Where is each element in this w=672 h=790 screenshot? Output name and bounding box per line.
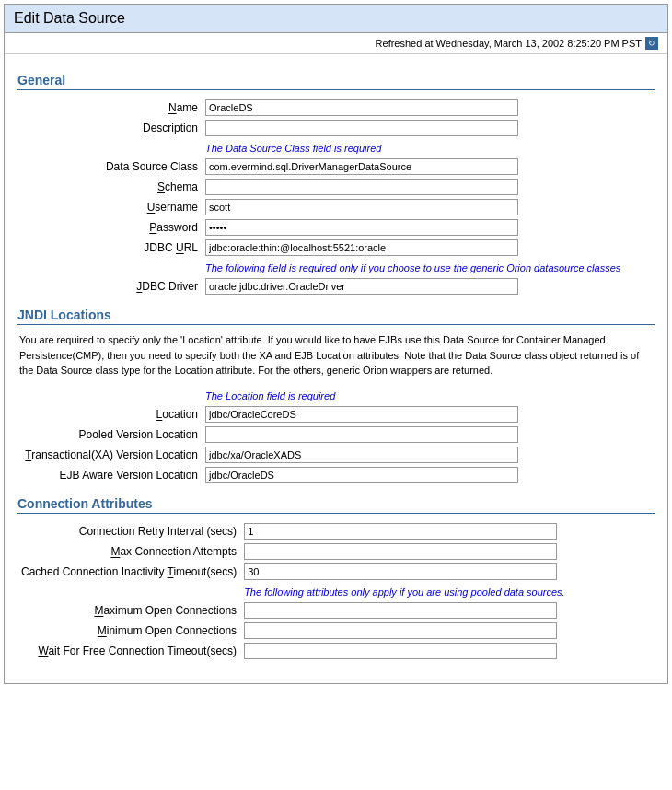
- min-open-input-cell: [240, 621, 655, 641]
- datasource-class-error-row: The Data Source Class field is required: [17, 138, 655, 157]
- location-input[interactable]: [205, 406, 518, 423]
- refresh-icon[interactable]: ↻: [645, 37, 658, 50]
- description-label: Description: [17, 118, 202, 138]
- name-label: Name: [17, 98, 202, 118]
- retry-interval-row: Connection Retry Interval (secs): [17, 521, 655, 541]
- pooled-version-label: Pooled Version Location: [17, 424, 202, 445]
- wait-free-input-cell: [240, 641, 655, 661]
- max-attempts-row: Max Connection Attempts: [17, 541, 655, 562]
- username-label: Username: [17, 197, 202, 217]
- jdbc-url-input[interactable]: [205, 239, 518, 256]
- username-input-cell: [202, 197, 655, 217]
- page-container: Edit Data Source Refreshed at Wednesday,…: [4, 4, 668, 684]
- password-input[interactable]: [205, 219, 518, 236]
- jdbc-driver-input-cell: [202, 276, 655, 296]
- schema-input[interactable]: [205, 179, 518, 195]
- transactional-xa-input-cell: [202, 445, 655, 465]
- pooled-version-input-cell: [202, 424, 655, 445]
- wait-free-label: Wait For Free Connection Timeout(secs): [17, 641, 240, 661]
- jdbc-driver-label: JDBC Driver: [17, 276, 202, 296]
- username-input[interactable]: [205, 199, 518, 215]
- connection-form-table: Connection Retry Interval (secs) Max Con…: [17, 521, 655, 661]
- jndi-description: You are required to specify only the 'Lo…: [17, 332, 655, 378]
- min-open-input[interactable]: [244, 622, 557, 639]
- name-input-cell: [202, 98, 655, 118]
- ejb-aware-label: EJB Aware Version Location: [17, 465, 202, 485]
- username-row: Username: [17, 197, 655, 217]
- datasource-class-row: Data Source Class: [17, 157, 655, 177]
- general-form-table: Name Description The Data Source Class f…: [17, 98, 655, 296]
- refresh-bar: Refreshed at Wednesday, March 13, 2002 8…: [5, 33, 667, 54]
- datasource-class-input-cell: [202, 157, 655, 177]
- page-header: Edit Data Source: [5, 5, 667, 33]
- jdbc-driver-info: The following field is required only if …: [205, 262, 620, 273]
- jdbc-url-row: JDBC URL: [17, 238, 655, 258]
- schema-row: Schema: [17, 177, 655, 197]
- cached-inactivity-label: Cached Connection Inactivity Timeout(sec…: [17, 562, 240, 582]
- password-input-cell: [202, 217, 655, 238]
- password-label: Password: [17, 217, 202, 238]
- content-area: General Name Description The Data Source…: [5, 54, 667, 683]
- datasource-class-input[interactable]: [205, 158, 518, 175]
- transactional-xa-label: Transactional(XA) Version Location: [17, 445, 202, 465]
- ejb-aware-input-cell: [202, 465, 655, 485]
- retry-interval-input-cell: [240, 521, 655, 541]
- max-open-input[interactable]: [244, 602, 557, 619]
- max-open-label: Maximum Open Connections: [17, 600, 240, 621]
- pooled-info-row: The following attributes only apply if y…: [17, 582, 655, 600]
- min-open-row: Minimum Open Connections: [17, 621, 655, 641]
- jndi-section-header: JNDI Locations: [17, 308, 655, 325]
- wait-free-row: Wait For Free Connection Timeout(secs): [17, 641, 655, 661]
- password-row: Password: [17, 217, 655, 238]
- refresh-text: Refreshed at Wednesday, March 13, 2002 8…: [376, 38, 642, 49]
- max-attempts-input-cell: [240, 541, 655, 562]
- jdbc-driver-row: JDBC Driver: [17, 276, 655, 296]
- max-open-row: Maximum Open Connections: [17, 600, 655, 621]
- max-attempts-input[interactable]: [244, 543, 557, 560]
- location-label: Location: [17, 404, 202, 424]
- max-open-input-cell: [240, 600, 655, 621]
- datasource-class-label: Data Source Class: [17, 157, 202, 177]
- ejb-aware-input[interactable]: [205, 467, 518, 483]
- ejb-aware-row: EJB Aware Version Location: [17, 465, 655, 485]
- name-input[interactable]: [205, 99, 518, 116]
- schema-input-cell: [202, 177, 655, 197]
- description-row: Description: [17, 118, 655, 138]
- location-error-row: The Location field is required: [17, 386, 655, 404]
- max-attempts-label: Max Connection Attempts: [17, 541, 240, 562]
- datasource-class-error: The Data Source Class field is required: [205, 143, 381, 154]
- location-input-cell: [202, 404, 655, 424]
- jdbc-driver-info-row: The following field is required only if …: [17, 258, 655, 276]
- transactional-xa-row: Transactional(XA) Version Location: [17, 445, 655, 465]
- location-error: The Location field is required: [205, 390, 335, 401]
- pooled-info: The following attributes only apply if y…: [244, 587, 565, 598]
- jndi-form-table: The Location field is required Location …: [17, 386, 655, 485]
- jdbc-url-input-cell: [202, 238, 655, 258]
- page-title: Edit Data Source: [14, 10, 658, 27]
- name-row: Name: [17, 98, 655, 118]
- transactional-xa-input[interactable]: [205, 447, 518, 463]
- jdbc-driver-input[interactable]: [205, 278, 518, 295]
- cached-inactivity-input[interactable]: [244, 563, 557, 580]
- wait-free-input[interactable]: [244, 643, 557, 659]
- cached-inactivity-row: Cached Connection Inactivity Timeout(sec…: [17, 562, 655, 582]
- pooled-version-input[interactable]: [205, 426, 518, 443]
- general-section-header: General: [17, 73, 655, 90]
- retry-interval-input[interactable]: [244, 523, 557, 540]
- connection-section-header: Connection Attributes: [17, 496, 655, 514]
- min-open-label: Minimum Open Connections: [17, 621, 240, 641]
- jdbc-url-label: JDBC URL: [17, 238, 202, 258]
- description-input[interactable]: [205, 120, 518, 136]
- description-input-cell: [202, 118, 655, 138]
- retry-interval-label: Connection Retry Interval (secs): [17, 521, 240, 541]
- schema-label: Schema: [17, 177, 202, 197]
- location-row: Location: [17, 404, 655, 424]
- cached-inactivity-input-cell: [240, 562, 655, 582]
- pooled-version-row: Pooled Version Location: [17, 424, 655, 445]
